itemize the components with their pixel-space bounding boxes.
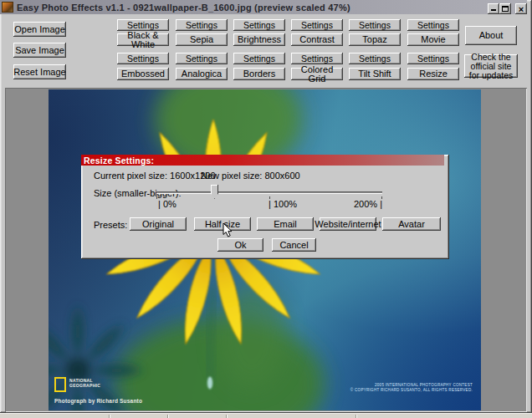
effect-button-contrast[interactable]: Contrast — [291, 33, 343, 46]
close-button[interactable]: × — [515, 3, 527, 14]
effect-button-sepia[interactable]: Sepia — [176, 33, 228, 46]
scale-min-label: | 0% — [158, 199, 176, 209]
reset-image-button[interactable]: Reset Image — [13, 64, 66, 79]
preset-original-button[interactable]: Original — [130, 217, 187, 231]
minimize-icon — [491, 5, 496, 11]
slider-tick-0 — [156, 196, 157, 199]
settings-button-borders[interactable]: Settings — [233, 53, 285, 64]
photographer-credit: Photograph by Richard Susanto — [54, 398, 142, 404]
taskbar-button-edge — [356, 415, 357, 418]
settings-button-topaz[interactable]: Settings — [349, 19, 401, 31]
national-geographic-logo-text: NATIONAL GEOGRAPHIC — [69, 378, 100, 388]
scale-max-label: 200% | — [347, 199, 382, 209]
settings-button-movie[interactable]: Settings — [407, 19, 459, 31]
taskbar[interactable] — [0, 413, 532, 418]
effect-button-movie[interactable]: Movie — [407, 33, 459, 46]
taskbar-button-edge — [109, 415, 110, 418]
size-slider-thumb[interactable] — [211, 185, 218, 199]
current-pixel-size-label: Current pixel size: 1600x1200 — [94, 171, 216, 181]
effect-button-tilt-shift[interactable]: Tilt Shift — [349, 68, 401, 80]
taskbar-button-edge — [167, 415, 169, 418]
settings-button-resize[interactable]: Settings — [407, 53, 459, 64]
about-button[interactable]: About — [465, 26, 517, 45]
dialog-titlebar[interactable]: Resize Settings: — [81, 155, 444, 166]
new-pixel-size-label: New pixel size: 800x600 — [201, 171, 300, 181]
effect-button-topaz[interactable]: Topaz — [349, 33, 401, 46]
dialog-title: Resize Settings: — [84, 155, 154, 166]
preset-website-button[interactable]: Website/internet — [320, 217, 376, 231]
mouse-cursor-icon — [223, 222, 233, 237]
effect-button-borders[interactable]: Borders — [233, 68, 285, 80]
effect-button-embossed[interactable]: Embossed — [117, 68, 169, 80]
settings-button-sepia[interactable]: Settings — [176, 19, 228, 31]
close-icon: × — [519, 5, 524, 13]
settings-button-embossed[interactable]: Settings — [117, 53, 169, 64]
app-window: Easy Photo Effects v1.1 - 0921wallpaper-… — [0, 0, 532, 413]
effect-button-brightness[interactable]: Brightness — [233, 33, 285, 46]
water-drop — [207, 377, 212, 390]
scale-mid-label: | 100% — [269, 199, 297, 209]
preset-avatar-button[interactable]: Avatar — [382, 217, 441, 231]
open-image-button[interactable]: Open Image — [13, 22, 66, 37]
screenshot-root: Easy Photo Effects v1.1 - 0921wallpaper-… — [0, 0, 532, 418]
settings-button-analogica[interactable]: Settings — [176, 53, 228, 64]
size-slider-track[interactable] — [156, 191, 382, 194]
window-title: Easy Photo Effects v1.1 - 0921wallpaper-… — [17, 3, 350, 13]
effect-button-black-and-white[interactable]: Black & White — [117, 33, 169, 46]
settings-button-tilt-shift[interactable]: Settings — [349, 53, 401, 64]
cancel-button[interactable]: Cancel — [272, 238, 316, 252]
presets-label: Presets: — [94, 220, 127, 230]
check-updates-button[interactable]: Check the official site for updates — [464, 54, 518, 78]
ok-button[interactable]: Ok — [217, 238, 263, 252]
save-image-button[interactable]: Save Image — [13, 43, 66, 58]
settings-button-brightness[interactable]: Settings — [233, 19, 285, 31]
preset-email-button[interactable]: Email — [257, 217, 314, 231]
minimize-button[interactable] — [488, 3, 499, 14]
contest-credits: 2005 INTERNATIONAL PHOTOGRAPHY CONTEST ©… — [350, 383, 473, 393]
national-geographic-logo-icon — [54, 377, 66, 392]
window-titlebar[interactable]: Easy Photo Effects v1.1 - 0921wallpaper-… — [0, 0, 527, 14]
maximize-icon — [502, 6, 509, 12]
settings-button-contrast[interactable]: Settings — [291, 19, 343, 31]
effect-button-analogica[interactable]: Analogica — [176, 68, 228, 80]
settings-button-black-and-white[interactable]: Settings — [117, 19, 169, 31]
resize-settings-dialog: Resize Settings: Current pixel size: 160… — [81, 155, 449, 259]
taskbar-button-edge — [226, 415, 228, 418]
maximize-button[interactable] — [499, 3, 511, 14]
effect-button-resize[interactable]: Resize — [407, 68, 459, 80]
settings-button-colored-grid[interactable]: Settings — [291, 53, 343, 64]
app-icon — [2, 2, 13, 13]
effect-button-colored-grid[interactable]: Colored Grid — [291, 68, 343, 80]
